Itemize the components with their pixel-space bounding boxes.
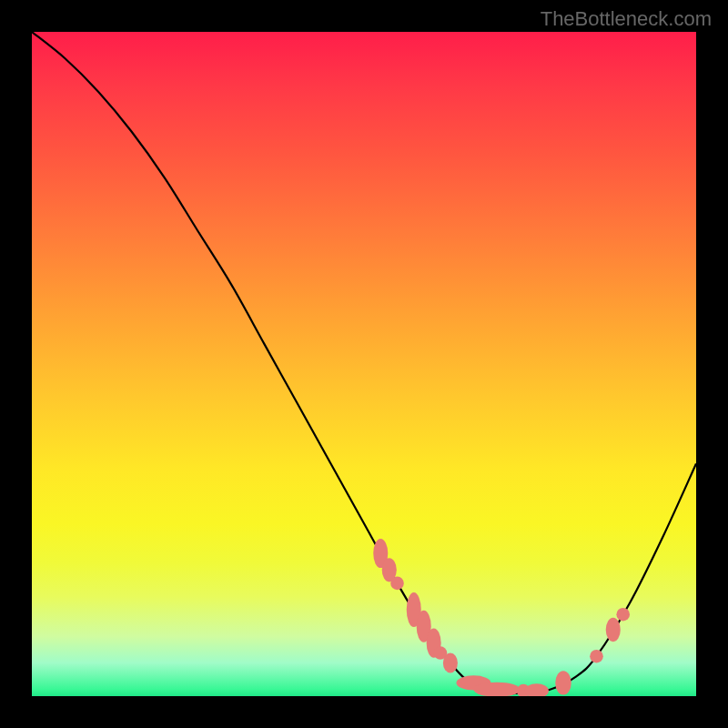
curve-marker — [590, 650, 603, 663]
curve-marker — [555, 671, 571, 694]
curve-marker — [525, 683, 549, 696]
curve-markers — [373, 539, 630, 696]
curve-svg — [32, 32, 696, 696]
curve-marker — [616, 608, 630, 622]
bottleneck-curve — [32, 32, 696, 693]
chart-container: TheBottleneck.com — [0, 0, 728, 728]
watermark-text: TheBottleneck.com — [541, 7, 712, 31]
curve-marker — [390, 577, 404, 591]
curve-marker — [606, 618, 621, 642]
curve-marker — [473, 682, 520, 696]
curve-marker — [443, 653, 458, 673]
plot-area — [32, 32, 696, 696]
